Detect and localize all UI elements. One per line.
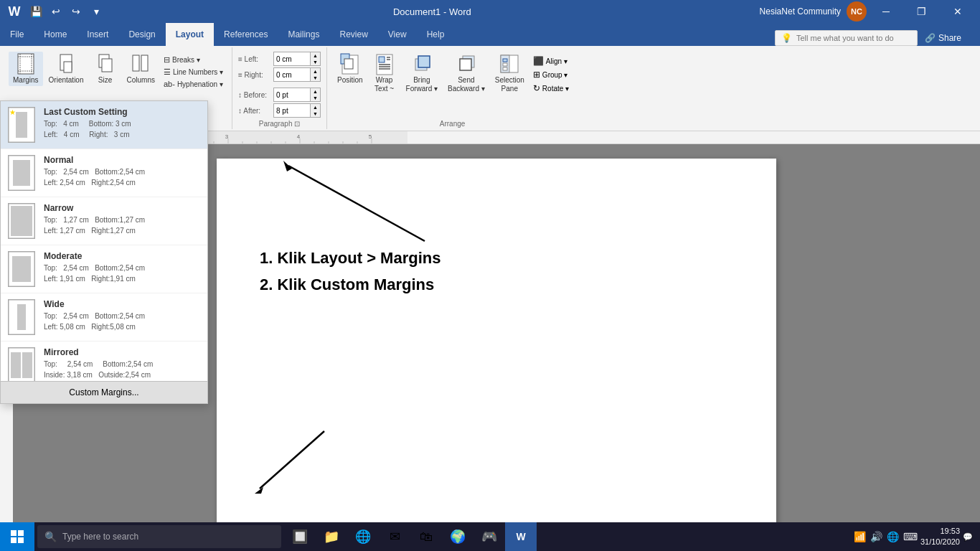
- clock-date: 31/10/2020: [920, 537, 960, 547]
- mail-btn[interactable]: ✉: [379, 522, 410, 551]
- tell-me-input[interactable]: [796, 34, 911, 42]
- restore-btn[interactable]: ❐: [905, 0, 938, 23]
- game-btn[interactable]: 🎮: [473, 522, 505, 551]
- tell-me-bar[interactable]: 💡: [775, 30, 918, 46]
- keyboard-icon[interactable]: ⌨: [903, 531, 918, 542]
- save-qa-btn[interactable]: 💾: [27, 3, 44, 20]
- size-icon: [94, 53, 117, 76]
- close-btn[interactable]: ✕: [941, 0, 974, 23]
- tab-design[interactable]: Design: [118, 23, 165, 46]
- store-btn[interactable]: 🛍: [410, 522, 442, 551]
- ribbon-tabs: File Home Insert Design Layout Reference…: [0, 23, 980, 46]
- margin-wide[interactable]: Wide Top: 2,54 cm Bottom:2,54 cm Left: 5…: [1, 293, 207, 342]
- start-icon: [11, 530, 24, 543]
- paragraph-expand[interactable]: ⊡: [294, 120, 300, 128]
- tab-review[interactable]: Review: [329, 23, 377, 46]
- instruction-line2: 2. Klik Custom Margins: [260, 271, 440, 298]
- customize-qa-btn[interactable]: ▾: [88, 3, 105, 20]
- paragraph-label: Paragraph ⊡: [232, 120, 326, 128]
- svg-rect-15: [379, 57, 385, 62]
- share-btn[interactable]: 🔗Share: [918, 30, 969, 46]
- margin-preview-mirrored: [8, 347, 35, 381]
- spacing-after-down[interactable]: ▼: [310, 110, 320, 117]
- indent-right-input-wrapper: ▲ ▼: [273, 67, 321, 82]
- browser-btn[interactable]: 🌍: [442, 522, 473, 551]
- redo-qa-btn[interactable]: ↪: [67, 3, 85, 20]
- minimize-btn[interactable]: ─: [870, 0, 903, 23]
- columns-btn[interactable]: Columns: [123, 52, 159, 86]
- volume-icon[interactable]: 🔊: [870, 531, 882, 542]
- taskbar-right: 📶 🔊 🌐 ⌨ 19:53 31/10/2020 💬: [847, 522, 980, 551]
- tab-view[interactable]: View: [378, 23, 417, 46]
- indent-left-label: ≡ Left:: [238, 55, 270, 63]
- spacing-before-up[interactable]: ▲: [310, 88, 320, 95]
- tab-mailings[interactable]: Mailings: [278, 23, 329, 46]
- custom-margins-btn[interactable]: Custom Margins...: [1, 381, 207, 403]
- margin-moderate[interactable]: Moderate Top: 2,54 cm Bottom:2,54 cm Lef…: [1, 245, 207, 293]
- instruction-text: 1. Klik Layout > Margins 2. Klik Custom …: [260, 245, 440, 298]
- user-avatar[interactable]: NC: [847, 1, 867, 22]
- bring-forward-label: BringForward ▾: [406, 76, 438, 93]
- columns-icon: [129, 53, 152, 76]
- margin-last-custom[interactable]: ★ Last Custom Setting Top: 4 cm Bottom: …: [1, 101, 207, 149]
- tab-home[interactable]: Home: [34, 23, 77, 46]
- indent-left-down[interactable]: ▼: [310, 59, 320, 65]
- rotate-btn[interactable]: ↻ Rotate ▾: [530, 82, 572, 95]
- undo-qa-btn[interactable]: ↩: [47, 3, 65, 20]
- bring-forward-btn[interactable]: BringForward ▾: [402, 52, 442, 95]
- spacing-after-input[interactable]: [274, 106, 310, 116]
- spacing-before-input[interactable]: [274, 90, 310, 100]
- selection-pane-btn[interactable]: SelectionPane: [491, 52, 529, 95]
- margin-preview-normal: [8, 155, 35, 191]
- bring-forward-icon: [410, 53, 433, 76]
- tab-layout[interactable]: Layout: [166, 23, 214, 46]
- tray-icons: 📶 🔊 🌐 ⌨: [854, 531, 918, 542]
- hyphenation-btn[interactable]: ab- Hyphenation ▾: [161, 79, 226, 89]
- align-btn[interactable]: ⬛ Align ▾: [530, 55, 572, 67]
- svg-rect-8: [102, 59, 112, 72]
- file-explorer-btn[interactable]: 📁: [316, 522, 347, 551]
- send-backward-btn[interactable]: SendBackward ▾: [443, 52, 489, 95]
- svg-rect-13: [344, 59, 353, 69]
- start-btn[interactable]: [0, 522, 34, 551]
- indent-right-input[interactable]: [274, 70, 310, 80]
- indent-left-up[interactable]: ▲: [310, 52, 320, 59]
- edge-btn[interactable]: 🌐: [347, 522, 379, 551]
- taskbar-search-input[interactable]: [62, 532, 274, 542]
- task-view-btn[interactable]: 🔲: [284, 522, 316, 551]
- position-btn[interactable]: Position: [333, 52, 367, 86]
- svg-marker-85: [283, 161, 292, 171]
- network-icon[interactable]: 🌐: [887, 531, 899, 542]
- size-btn[interactable]: Size: [90, 52, 121, 86]
- tab-help[interactable]: Help: [417, 23, 455, 46]
- orientation-btn[interactable]: Orientation: [44, 52, 88, 86]
- spacing-after-label: ↕ After:: [238, 107, 270, 115]
- margin-preview-narrow: [8, 203, 35, 239]
- clock[interactable]: 19:53 31/10/2020: [920, 526, 960, 548]
- notification-btn[interactable]: 💬: [963, 532, 973, 542]
- tab-file[interactable]: File: [0, 23, 34, 46]
- clock-time: 19:53: [920, 526, 960, 537]
- word-taskbar-btn[interactable]: W: [505, 522, 537, 551]
- margins-btn[interactable]: Margins: [9, 52, 43, 86]
- tab-insert[interactable]: Insert: [77, 23, 118, 46]
- margin-preview-wide: [8, 299, 35, 335]
- svg-line-86: [260, 431, 324, 489]
- indent-left-input[interactable]: [274, 55, 310, 64]
- wifi-icon[interactable]: 📶: [854, 531, 866, 542]
- doc-page: 1. Klik Layout > Margins 2. Klik Custom …: [217, 159, 776, 536]
- margin-normal[interactable]: Normal Top: 2,54 cm Bottom:2,54 cm Left:…: [1, 149, 207, 197]
- margin-mirrored[interactable]: Mirrored Top: 2,54 cm Bottom:2,54 cm Ins…: [1, 342, 207, 381]
- spacing-before-down[interactable]: ▼: [310, 95, 320, 101]
- wrap-text-btn[interactable]: WrapText ~: [369, 52, 400, 95]
- tab-references[interactable]: References: [214, 23, 278, 46]
- spacing-after-up[interactable]: ▲: [310, 104, 320, 110]
- group-btn[interactable]: ⊞ Group ▾: [530, 68, 572, 81]
- indent-right-down[interactable]: ▼: [310, 75, 320, 81]
- margin-narrow[interactable]: Narrow Top: 1,27 cm Bottom:1,27 cm Left:…: [1, 197, 207, 245]
- user-name: NesiaNet Community: [760, 6, 841, 17]
- line-numbers-btn[interactable]: ☰ Line Numbers ▾: [161, 67, 226, 77]
- indent-right-up[interactable]: ▲: [310, 68, 320, 75]
- margin-name-mirrored: Mirrored: [44, 347, 153, 357]
- breaks-btn[interactable]: ⊟ Breaks ▾: [161, 55, 226, 65]
